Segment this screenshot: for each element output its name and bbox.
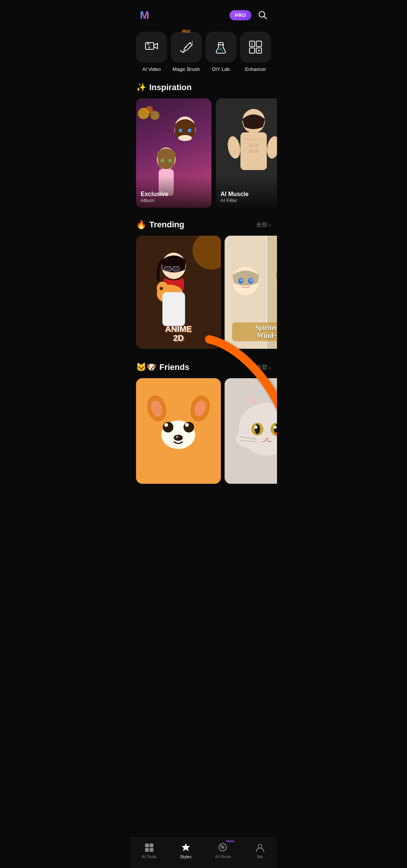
svg-point-10 xyxy=(219,49,221,50)
insp-card-sub-exclusive: Album xyxy=(141,198,207,203)
svg-text:M: M xyxy=(140,9,149,21)
inspiration-title: ✨ Inspiration xyxy=(136,83,191,92)
svg-point-23 xyxy=(188,129,191,132)
svg-point-20 xyxy=(150,111,159,120)
pro-badge[interactable]: PRO xyxy=(230,10,251,20)
tools-row: AI Video Hot Magic Brush xyxy=(130,29,277,80)
svg-point-5 xyxy=(148,46,150,49)
tool-enhancer[interactable]: Enhancer xyxy=(240,32,271,72)
ai-video-label: AI Video xyxy=(142,66,161,72)
insp-card-info-muscle: AI Muscle AI Filter xyxy=(216,176,277,208)
svg-point-27 xyxy=(168,159,172,163)
sparkle-icon: ✨ xyxy=(136,83,146,92)
friends-more-button[interactable]: 全部 › xyxy=(256,364,271,371)
trending-card-anime2d[interactable]: ANIME2D xyxy=(136,236,221,349)
svg-point-104 xyxy=(254,426,257,429)
svg-point-89 xyxy=(185,423,189,427)
svg-rect-47 xyxy=(173,267,179,271)
magic-brush-icon-box[interactable]: Hot xyxy=(171,32,202,63)
svg-rect-55 xyxy=(162,292,185,326)
svg-point-11 xyxy=(222,51,223,52)
svg-rect-14 xyxy=(256,41,262,46)
svg-rect-46 xyxy=(164,267,171,271)
diy-lab-icon-box[interactable] xyxy=(205,32,236,63)
search-button[interactable] xyxy=(256,8,269,22)
friends-title: 🐱🐶 Friends xyxy=(136,362,189,372)
insp-card-info-exclusive: Exclusive Album xyxy=(136,176,211,208)
svg-rect-37 xyxy=(254,149,259,153)
svg-point-24 xyxy=(178,135,192,141)
svg-point-86 xyxy=(163,422,173,432)
friends-section-header: 🐱🐶 Friends 全部 › xyxy=(130,359,277,378)
app-logo[interactable]: M xyxy=(138,6,156,24)
cat-dog-icon: 🐱🐶 xyxy=(136,362,156,372)
svg-point-105 xyxy=(274,426,277,429)
trending-more-chevron: › xyxy=(269,222,271,228)
anime2d-label: ANIME2D xyxy=(136,325,221,343)
friends-more-chevron: › xyxy=(269,364,271,371)
friend-card-cat[interactable]: ♡ xyxy=(225,378,277,484)
trending-more-label: 全部 xyxy=(256,221,268,229)
svg-point-87 xyxy=(184,422,194,432)
inspiration-section-header: ✨ Inspiration xyxy=(130,80,277,98)
svg-point-63 xyxy=(251,279,252,281)
svg-rect-35 xyxy=(254,144,259,147)
magic-brush-label: Magic Brush xyxy=(173,66,200,72)
enhancer-icon-box[interactable] xyxy=(240,32,271,63)
diy-lab-label: DIY Lab xyxy=(212,66,230,72)
svg-point-62 xyxy=(241,279,242,281)
svg-point-7 xyxy=(185,47,187,48)
trending-card-spirited[interactable]: ♡ SpiritedWind~ xyxy=(225,236,277,349)
insp-card-title-muscle: AI Muscle xyxy=(220,191,277,198)
trending-scroll[interactable]: ANIME2D xyxy=(130,236,277,359)
insp-card-title-exclusive: Exclusive xyxy=(141,191,207,198)
hot-badge: Hot xyxy=(182,29,190,34)
svg-point-102 xyxy=(255,424,260,434)
friend-card-corgi[interactable] xyxy=(136,378,221,484)
inspiration-card-muscle[interactable]: AI Muscle AI Filter xyxy=(216,98,277,208)
trending-more-button[interactable]: 全部 › xyxy=(256,221,271,229)
svg-point-26 xyxy=(161,159,164,163)
friends-title-text: Friends xyxy=(159,362,189,372)
svg-point-54 xyxy=(161,288,162,289)
svg-point-88 xyxy=(164,423,168,427)
svg-point-91 xyxy=(176,436,178,438)
svg-point-90 xyxy=(174,435,183,441)
spirited-label: SpiritedWind~ xyxy=(232,322,277,341)
tool-ai-video[interactable]: AI Video xyxy=(136,32,167,72)
svg-point-60 xyxy=(238,278,243,284)
enhancer-label: Enhancer xyxy=(245,66,266,72)
tool-diy-lab[interactable]: DIY Lab xyxy=(205,32,236,72)
inspiration-title-text: Inspiration xyxy=(149,83,191,92)
svg-rect-36 xyxy=(249,149,253,153)
svg-point-22 xyxy=(179,129,182,132)
svg-point-6 xyxy=(147,43,149,44)
svg-point-8 xyxy=(190,43,191,44)
trending-section-header: 🔥 Trending 全部 › xyxy=(130,217,277,236)
svg-point-61 xyxy=(248,278,253,284)
svg-rect-34 xyxy=(249,144,253,147)
ai-video-icon-box[interactable] xyxy=(136,32,167,63)
friends-more-label: 全部 xyxy=(256,364,268,371)
insp-card-sub-muscle: AI Filter xyxy=(220,198,277,203)
inspiration-card-exclusive[interactable]: Exclusive Album xyxy=(136,98,211,208)
friends-scroll[interactable]: ♡ xyxy=(130,378,277,521)
trending-title-text: Trending xyxy=(149,220,184,230)
svg-rect-15 xyxy=(249,48,255,53)
svg-line-3 xyxy=(264,17,267,19)
trending-title: 🔥 Trending xyxy=(136,220,184,230)
inspiration-scroll[interactable]: Exclusive Album xyxy=(130,98,277,217)
fire-icon: 🔥 xyxy=(136,220,146,230)
tool-magic-brush[interactable]: Hot Magic Brush xyxy=(171,32,202,72)
